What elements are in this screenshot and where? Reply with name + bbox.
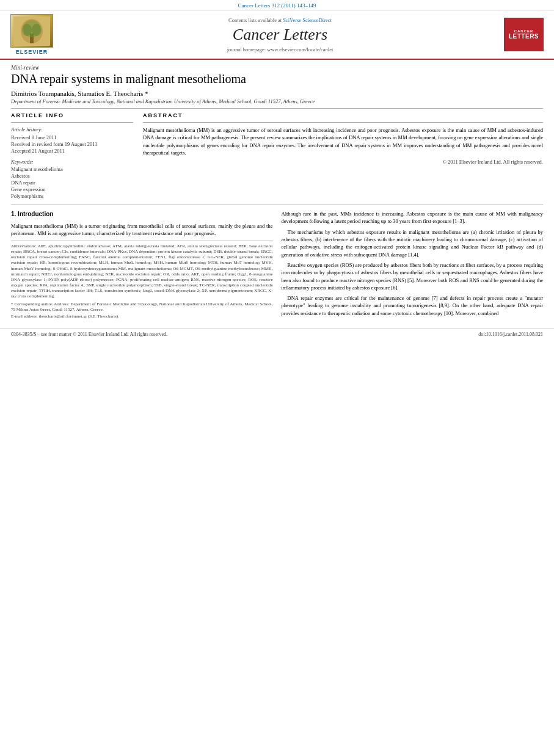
history-label: Article history: <box>11 126 133 133</box>
abstract-text: Malignant mesothelioma (MM) is an aggres… <box>143 126 543 156</box>
contents-label: Contents lists available at <box>228 17 282 23</box>
keywords-list: Malignant mesothelioma Asbestos DNA repa… <box>11 166 133 199</box>
intro-title: 1. Introduction <box>11 210 273 219</box>
intro-para-2: Although rare in the past, MMs incidence… <box>282 210 544 225</box>
email-footnote: E-mail address: theocharis@ath.forthunet… <box>11 314 273 319</box>
doi: doi:10.1016/j.canlet.2011.08.021 <box>478 332 543 337</box>
body-section: 1. Introduction Malignant mesothelioma (… <box>11 205 543 320</box>
elsevier-logo: ELSEVIER <box>7 14 56 55</box>
svg-point-4 <box>22 24 32 36</box>
article-title: DNA repair systems in malignant mesothel… <box>11 72 543 86</box>
body-col-right: Although rare in the past, MMs incidence… <box>282 210 544 320</box>
page: Cancer Letters 312 (2011) 143–149 ELSEVI… <box>0 0 554 756</box>
article-info-abstract: ARTICLE INFO Article history: Received 8… <box>11 112 543 200</box>
article-authors: Dimitrios Toumpanakis, Stamatios E. Theo… <box>11 90 543 97</box>
journal-center: Contents lists available at SciVerse Sci… <box>61 17 499 53</box>
abstract-heading: ABSTRACT <box>143 112 543 118</box>
body-col-left: 1. Introduction Malignant mesothelioma (… <box>11 210 273 320</box>
citation-text: Cancer Letters 312 (2011) 143–149 <box>238 2 316 9</box>
divider-1 <box>11 108 543 109</box>
journal-homepage: journal homepage: www.elsevier.com/locat… <box>61 46 499 53</box>
cl-main-text: LETTERS <box>509 33 539 40</box>
intro-para-5: DNA repair enzymes are critical for the … <box>282 294 544 317</box>
authors-text: Dimitrios Toumpanakis, Stamatios E. Theo… <box>11 90 148 97</box>
article-info-col: ARTICLE INFO Article history: Received 8… <box>11 112 133 200</box>
article-type: Mini-review <box>11 65 543 71</box>
cancer-letters-brand: CANCER LETTERS <box>504 18 544 51</box>
footnotes: Abbreviations: APE, apurinic/apyrimidini… <box>11 241 273 319</box>
cancer-letters-logo-box: CANCER LETTERS <box>504 18 547 51</box>
contents-available: Contents lists available at SciVerse Sci… <box>61 17 499 23</box>
journal-citation: Cancer Letters 312 (2011) 143–149 <box>0 0 554 10</box>
received-2: Received in revised form 19 August 2011 <box>11 141 133 147</box>
affiliation: Department of Forensic Medicine and Toxi… <box>11 98 543 104</box>
elsevier-tree-image <box>10 14 53 48</box>
bottom-bar: 0304-3835/$ – see front matter © 2011 El… <box>0 329 554 340</box>
intro-para-4: Reactive oxygen species (ROS) are produc… <box>282 261 544 291</box>
intro-para-3: The mechanisms by which asbestos exposur… <box>282 228 544 258</box>
keyword-5: Polymorphisms <box>11 193 133 199</box>
accepted: Accepted 21 August 2011 <box>11 148 133 154</box>
copyright: © 2011 Elsevier Ireland Ltd. All rights … <box>143 159 543 165</box>
divider-2 <box>11 122 133 123</box>
svg-point-5 <box>32 24 42 36</box>
article-info-heading: ARTICLE INFO <box>11 112 133 118</box>
journal-title: Cancer Letters <box>61 26 499 44</box>
keywords-label: Keywords: <box>11 159 133 165</box>
received-1: Received 8 June 2011 <box>11 134 133 140</box>
keyword-4: Gene expression <box>11 186 133 192</box>
elsevier-brand: ELSEVIER <box>16 49 48 55</box>
intro-para-1: Malignant mesothelioma (MM) is a tumor o… <box>11 222 273 238</box>
keyword-3: DNA repair <box>11 180 133 186</box>
intro-text-right: Although rare in the past, MMs incidence… <box>282 210 544 317</box>
divider-3 <box>143 122 543 123</box>
abbreviations-footnote: Abbreviations: APE, apurinic/apyrimidini… <box>11 244 273 299</box>
keyword-1: Malignant mesothelioma <box>11 166 133 172</box>
article-main: Mini-review DNA repair systems in malign… <box>0 60 554 325</box>
open-access-note: 0304-3835/$ – see front matter © 2011 El… <box>11 332 167 337</box>
abstract-col: ABSTRACT Malignant mesothelioma (MM) is … <box>143 112 543 200</box>
sciverse-link[interactable]: SciVerse ScienceDirect <box>283 17 332 23</box>
corresponding-footnote: * Corresponding author. Address: Departm… <box>11 302 273 313</box>
intro-text-left: Malignant mesothelioma (MM) is a tumor o… <box>11 222 273 238</box>
keyword-2: Asbestos <box>11 173 133 179</box>
journal-header: ELSEVIER Contents lists available at Sci… <box>0 10 554 60</box>
